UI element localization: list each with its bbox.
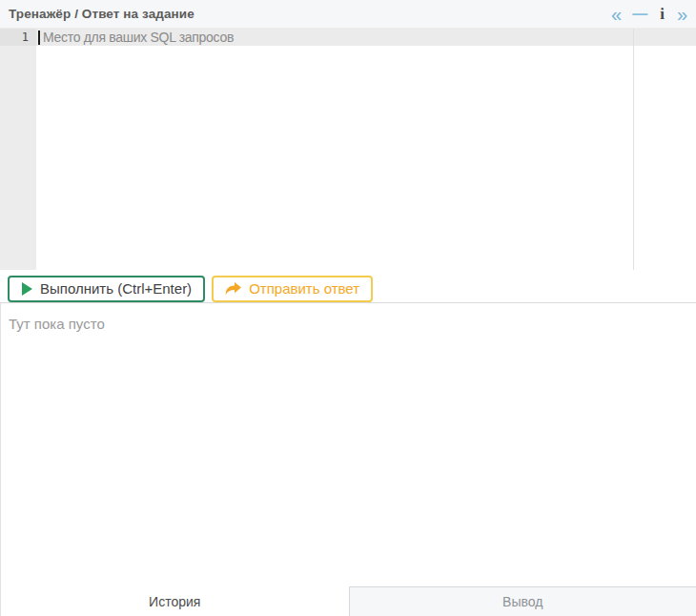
tab-history-label: История xyxy=(149,594,200,609)
header-bar: Тренажёр / Ответ на задание « — i » xyxy=(0,0,696,29)
sql-code-editor[interactable]: 1 Место для ваших SQL запросов xyxy=(0,29,696,275)
tab-output[interactable]: Вывод xyxy=(349,586,696,616)
run-button[interactable]: Выполнить (Ctrl+Enter) xyxy=(8,276,205,302)
run-button-label: Выполнить (Ctrl+Enter) xyxy=(40,280,192,297)
editor-scroller[interactable]: 1 Место для ваших SQL запросов xyxy=(0,29,696,270)
submit-button-label: Отправить ответ xyxy=(249,280,359,297)
submit-answer-button[interactable]: Отправить ответ xyxy=(212,276,373,302)
tab-output-label: Вывод xyxy=(502,594,542,609)
line-number: 1 xyxy=(0,29,36,46)
sql-trainer-panel: Тренажёр / Ответ на задание « — i » 1 Ме… xyxy=(0,0,696,616)
bottom-tab-bar: История Вывод xyxy=(0,586,696,616)
info-icon[interactable]: i xyxy=(658,6,666,23)
editor-gutter: 1 xyxy=(0,29,36,270)
minimize-icon[interactable]: — xyxy=(632,6,647,23)
print-margin-ruler xyxy=(633,29,634,270)
editor-placeholder: Место для ваших SQL запросов xyxy=(43,29,234,46)
header-icon-group: « — i » xyxy=(611,6,687,23)
text-cursor xyxy=(38,31,40,45)
forward-arrow-icon xyxy=(225,282,241,296)
action-toolbar: Выполнить (Ctrl+Enter) Отправить ответ xyxy=(0,275,696,303)
play-icon xyxy=(21,282,32,296)
editor-input-line[interactable]: Место для ваших SQL запросов xyxy=(38,29,234,46)
results-panel: Тут пока пусто xyxy=(0,303,696,586)
expand-right-icon[interactable]: » xyxy=(677,6,687,23)
tab-history[interactable]: История xyxy=(1,586,349,616)
page-title: Тренажёр / Ответ на задание xyxy=(9,7,194,21)
results-empty-text: Тут пока пусто xyxy=(9,316,105,332)
collapse-left-icon[interactable]: « xyxy=(611,6,622,23)
